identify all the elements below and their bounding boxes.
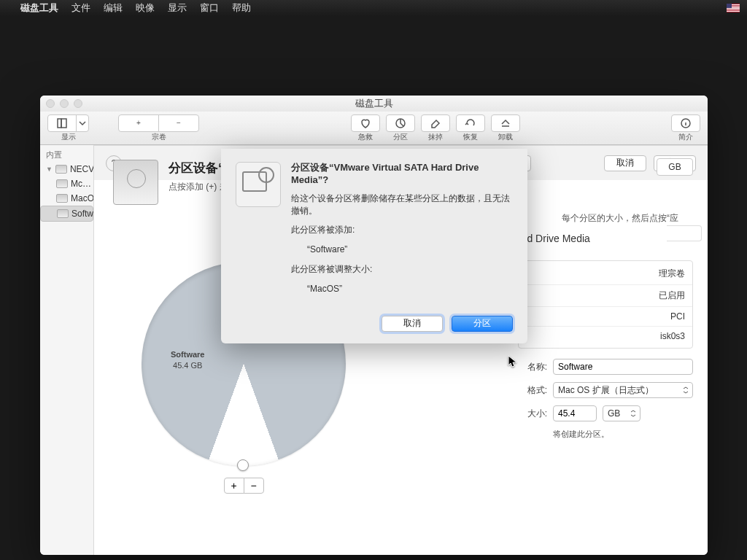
name-label: 名称: bbox=[518, 361, 547, 373]
dialog-add-value: “Software” bbox=[307, 244, 513, 256]
sidebar-item-volume[interactable]: Mc… bbox=[40, 176, 93, 191]
hdd-icon bbox=[56, 194, 68, 203]
partition-handle[interactable] bbox=[237, 459, 249, 471]
format-select[interactable]: Mac OS 扩展（日志式） bbox=[553, 382, 693, 398]
hdd-icon bbox=[57, 209, 69, 218]
input-source-icon[interactable] bbox=[727, 4, 740, 12]
dialog-cancel-button[interactable]: 取消 bbox=[382, 316, 443, 332]
cursor-icon bbox=[508, 355, 518, 368]
menu-help[interactable]: 帮助 bbox=[232, 1, 251, 15]
info-box: 理宗卷 已启用 PCI isk0s3 bbox=[518, 260, 693, 349]
info-button[interactable] bbox=[671, 114, 700, 132]
size-label: 大小: bbox=[518, 408, 547, 420]
toolbar: 显示 + − 宗卷 急救 分区 抹掉 恢复 卸载 简介 bbox=[40, 112, 708, 145]
unmount-button[interactable] bbox=[491, 114, 520, 132]
dialog-title: 分区设备“VMware Virtual SATA Hard Drive Medi… bbox=[291, 162, 513, 187]
erase-button[interactable] bbox=[421, 114, 450, 132]
titlebar: 磁盘工具 bbox=[40, 96, 708, 112]
view-mode-button[interactable] bbox=[47, 114, 77, 132]
hdd-icon bbox=[55, 165, 67, 174]
sidebar-item-volume[interactable]: Softw… bbox=[40, 206, 93, 222]
desc-tail: 每个分区的大小，然后点按“应 bbox=[562, 212, 678, 225]
dialog-body: 给这个设备分区将删除储存在某些分区上的数据，且无法撤销。 bbox=[291, 192, 513, 217]
confirm-dialog: 分区设备“VMware Virtual SATA Hard Drive Medi… bbox=[221, 149, 527, 343]
dialog-resize-label: 此分区将被调整大小: bbox=[291, 263, 513, 276]
size-unit-select[interactable]: GB bbox=[603, 405, 640, 421]
hdd-icon bbox=[56, 179, 68, 188]
menu-file[interactable]: 文件 bbox=[71, 1, 90, 15]
menu-window[interactable]: 窗口 bbox=[200, 1, 219, 15]
dialog-resize-value: “MacOS” bbox=[307, 283, 513, 295]
sidebar-item-disk[interactable]: ▼NECVMWar… bbox=[40, 162, 93, 176]
unit-toggle[interactable]: GB bbox=[657, 158, 693, 176]
app-menu[interactable]: 磁盘工具 bbox=[20, 1, 58, 15]
remove-volume-button[interactable]: − bbox=[158, 114, 199, 132]
format-label: 格式: bbox=[518, 384, 547, 397]
svg-rect-1 bbox=[61, 119, 66, 128]
window-controls[interactable] bbox=[46, 99, 82, 108]
sidebar: 内置 ▼NECVMWar… Mc… MacO… Softw… bbox=[40, 145, 94, 555]
window-title: 磁盘工具 bbox=[355, 97, 393, 110]
create-note: 将创建此分区。 bbox=[553, 429, 693, 440]
dialog-add-label: 此分区将被添加: bbox=[291, 224, 513, 236]
dialog-confirm-button[interactable]: 分区 bbox=[452, 316, 513, 332]
add-partition-button[interactable]: + bbox=[224, 478, 244, 494]
view-dropdown[interactable] bbox=[76, 114, 89, 132]
menu-edit[interactable]: 编辑 bbox=[104, 1, 123, 15]
menubar: 磁盘工具 文件 编辑 映像 显示 窗口 帮助 bbox=[0, 0, 747, 16]
add-volume-button[interactable]: + bbox=[118, 114, 159, 132]
menu-image[interactable]: 映像 bbox=[136, 1, 155, 15]
size-input[interactable] bbox=[553, 405, 597, 421]
menu-view[interactable]: 显示 bbox=[168, 1, 187, 15]
partition-button[interactable] bbox=[386, 114, 415, 132]
restore-button[interactable] bbox=[456, 114, 485, 132]
drive-icon bbox=[113, 160, 158, 205]
sidebar-item-volume[interactable]: MacO… bbox=[40, 191, 93, 206]
name-input[interactable] bbox=[553, 359, 693, 375]
remove-partition-button[interactable]: − bbox=[244, 478, 264, 494]
disk-utility-icon bbox=[236, 162, 281, 207]
first-aid-button[interactable] bbox=[351, 114, 380, 132]
sidebar-header: 内置 bbox=[40, 145, 93, 162]
